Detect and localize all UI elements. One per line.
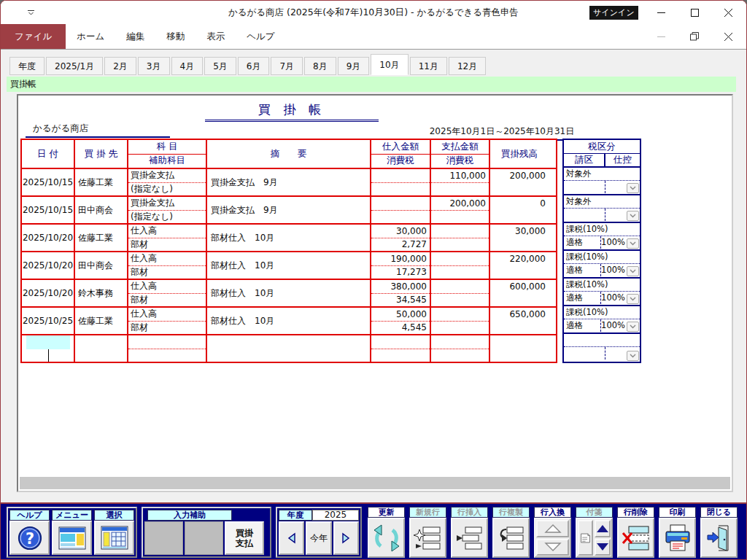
cell-balance[interactable]: 220,000 <box>490 252 549 279</box>
tax-dropdown-button[interactable] <box>627 183 639 193</box>
cell-description[interactable]: 買掛金支払 9月 <box>207 169 371 195</box>
minimize-icon[interactable] <box>644 1 678 24</box>
invoice-class-cell[interactable] <box>564 347 605 359</box>
cell-payment[interactable]: 200,000 <box>431 197 490 223</box>
menu-item-ファイル[interactable]: ファイル <box>1 24 66 49</box>
tab-7月[interactable]: 7月 <box>271 57 303 75</box>
tax-dropdown-button[interactable] <box>627 266 639 276</box>
cell-balance[interactable]: 30,000 <box>490 225 549 251</box>
cell-purchase[interactable]: 190,000 17,273 <box>371 252 431 279</box>
cell-description[interactable] <box>207 335 371 362</box>
cell-supplier[interactable]: 田中商会 <box>75 252 128 279</box>
menu-item-編集[interactable]: 編集 <box>115 24 155 49</box>
tax-class-cell[interactable]: 課税(10%) <box>564 251 640 264</box>
menu-item-移動[interactable]: 移動 <box>155 24 196 49</box>
tab-2月[interactable]: 2月 <box>104 57 136 75</box>
signin-button[interactable]: サインイン <box>589 6 638 20</box>
invoice-class-cell[interactable]: 適格 <box>564 292 601 304</box>
cell-payment[interactable] <box>431 252 490 279</box>
maximize-icon[interactable] <box>678 1 711 24</box>
tax-class-cell[interactable] <box>564 334 640 347</box>
move-row-up-button[interactable] <box>536 520 569 537</box>
cell-account[interactable]: 仕入高 部材 <box>128 280 207 306</box>
cell-date[interactable]: 2025/10/15 <box>22 197 75 223</box>
cell-date[interactable] <box>22 335 75 362</box>
cell-purchase[interactable]: 50,000 4,545 <box>371 308 431 334</box>
cell-purchase[interactable] <box>371 335 431 362</box>
cell-purchase[interactable]: 30,000 2,727 <box>371 225 431 251</box>
invoice-class-cell[interactable] <box>564 209 605 221</box>
close-icon[interactable] <box>711 1 745 24</box>
cell-account[interactable]: 仕入高 部材 <box>128 308 207 334</box>
child-close-icon[interactable] <box>711 24 745 49</box>
cell-account[interactable] <box>128 335 207 362</box>
tab-11月[interactable]: 11月 <box>410 57 447 75</box>
cell-supplier[interactable]: 鈴木事務 <box>75 280 128 306</box>
cell-supplier[interactable]: 佐藤工業 <box>75 308 128 334</box>
cell-account[interactable]: 買掛金支払 (指定なし) <box>128 197 207 223</box>
toolbar-button-close-door[interactable]: 閉じる <box>700 507 738 558</box>
cell-description[interactable]: 部材仕入 10月 <box>207 280 371 306</box>
cell-description[interactable]: 部材仕入 10月 <box>207 308 371 334</box>
tax-dropdown-button[interactable] <box>627 351 639 361</box>
tab-12月[interactable]: 12月 <box>449 57 486 75</box>
prev-year-button[interactable] <box>279 521 304 555</box>
this-year-button[interactable]: 今年 <box>306 521 331 555</box>
invoice-class-cell[interactable]: 適格 <box>564 264 601 276</box>
cell-date[interactable]: 2025/10/20 <box>22 280 75 306</box>
cell-payment[interactable] <box>431 225 490 251</box>
cell-account[interactable]: 仕入高 部材 <box>128 225 207 251</box>
cell-supplier[interactable] <box>75 335 128 362</box>
cell-payment[interactable] <box>431 308 490 334</box>
help-button[interactable]: ヘルプ ? <box>9 510 50 555</box>
cell-account[interactable]: 買掛金支払 (指定なし) <box>128 169 207 195</box>
cell-date[interactable]: 2025/10/20 <box>22 252 75 279</box>
menu-item-ホーム[interactable]: ホーム <box>66 24 115 49</box>
cell-balance[interactable]: 200,000 <box>490 169 549 195</box>
tab-年度[interactable]: 年度 <box>9 57 44 75</box>
tab-4月[interactable]: 4月 <box>171 57 204 75</box>
cell-account[interactable]: 仕入高 部材 <box>128 252 207 279</box>
tab-8月[interactable]: 8月 <box>304 57 336 75</box>
cell-purchase[interactable] <box>371 169 431 195</box>
select-button[interactable]: 選択 <box>94 510 134 555</box>
menu-item-表示[interactable]: 表示 <box>196 24 236 49</box>
toolbar-button-delete-row[interactable]: 行削除 <box>617 507 654 558</box>
toolbar-button-print[interactable]: 印刷 <box>659 507 696 558</box>
cell-balance[interactable] <box>490 335 549 362</box>
kaikake-shiharai-button[interactable]: 買掛支払 <box>225 521 264 555</box>
tax-class-cell[interactable]: 対象外 <box>564 195 640 209</box>
tab-6月[interactable]: 6月 <box>238 57 270 75</box>
cell-description[interactable]: 部材仕入 10月 <box>207 225 371 251</box>
cell-supplier[interactable]: 田中商会 <box>75 197 128 223</box>
cell-purchase[interactable] <box>371 197 431 223</box>
tax-dropdown-button[interactable] <box>627 294 639 304</box>
child-restore-icon[interactable] <box>678 24 711 49</box>
cell-balance[interactable]: 0 <box>490 197 549 223</box>
cell-balance[interactable]: 650,000 <box>490 308 549 334</box>
cell-date[interactable]: 2025/10/15 <box>22 169 75 195</box>
horizontal-scrollbar[interactable] <box>20 477 730 489</box>
tab-5月[interactable]: 5月 <box>204 57 236 75</box>
cell-supplier[interactable]: 佐藤工業 <box>75 169 128 195</box>
tab-2025/1月[interactable]: 2025/1月 <box>46 57 103 75</box>
toolbar-button-refresh[interactable]: 更新 <box>368 507 405 558</box>
tax-dropdown-button[interactable] <box>627 322 639 332</box>
invoice-class-cell[interactable]: 適格 <box>564 236 601 249</box>
cell-date[interactable]: 2025/10/25 <box>22 308 75 334</box>
next-year-button[interactable] <box>333 521 359 555</box>
menu-button[interactable]: メニュー <box>52 510 92 555</box>
tax-class-cell[interactable]: 課税(10%) <box>564 223 640 236</box>
tax-dropdown-button[interactable] <box>627 211 639 221</box>
tax-class-cell[interactable]: 対象外 <box>564 168 640 181</box>
tab-10月[interactable]: 10月 <box>371 54 408 75</box>
tax-dropdown-button[interactable] <box>627 238 639 249</box>
cell-payment[interactable] <box>431 280 490 306</box>
tab-3月[interactable]: 3月 <box>138 57 170 75</box>
tax-class-cell[interactable]: 課税(10%) <box>564 306 640 319</box>
tab-9月[interactable]: 9月 <box>338 57 370 75</box>
cell-purchase[interactable]: 380,000 34,545 <box>371 280 431 306</box>
menu-item-ヘルプ[interactable]: ヘルプ <box>236 24 285 49</box>
invoice-class-cell[interactable] <box>564 181 605 193</box>
cell-date[interactable]: 2025/10/20 <box>22 225 75 251</box>
